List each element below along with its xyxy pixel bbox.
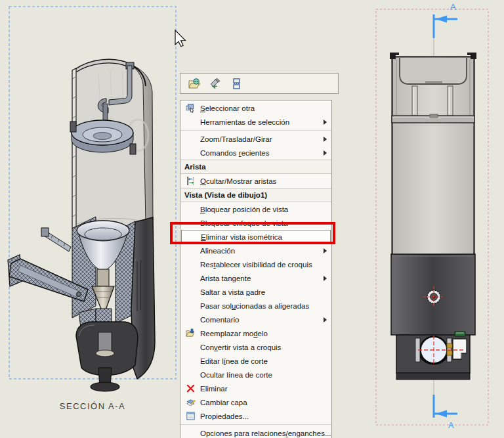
menu-item-label: Ocultar/Mostrar aristas (200, 177, 276, 185)
isometric-section-view[interactable]: SECCIÓN A-A (8, 7, 176, 411)
menu-item-label: Restablecer visibilidad de croquis (200, 261, 312, 269)
menu-item-saltar-a-vista-padre[interactable]: Saltar a vista padre (180, 285, 331, 299)
menu-section-header-label: Vista (Vista de dibujo1) (180, 191, 267, 199)
submenu-arrow-icon (324, 276, 327, 281)
front-view-part (390, 53, 476, 380)
submenu-arrow-icon (324, 248, 327, 253)
side-pipe (41, 228, 71, 252)
menu-item-label: Zoom/Trasladar/Girar (200, 135, 272, 143)
menu-section-header-label: Arista (180, 163, 206, 171)
menu-item-label: Propiedades... (200, 412, 249, 420)
inner-vessel (400, 58, 467, 84)
menu-item-label: Pasar solucionadas a aligeradas (200, 302, 309, 310)
green-fitting (455, 332, 465, 336)
replace-model-icon (180, 328, 200, 338)
left-view-caption[interactable]: SECCIÓN A-A (60, 401, 125, 411)
menu-item-label: Editar línea de corte (200, 357, 268, 365)
menu-item-eliminar-vista-isométrica[interactable]: Eliminar vista isométrica (181, 230, 331, 244)
submenu-arrow-icon (324, 120, 327, 125)
menu-item-bloquear-posición-de-vista[interactable]: Bloquear posición de vista (180, 202, 331, 216)
properties-icon (180, 411, 200, 421)
menu-item-seleccionar-otra[interactable]: Seleccionar otra (180, 101, 331, 115)
menu-item-bloquear-enfoque-de-vista[interactable]: Bloquear enfoque de vista (180, 216, 331, 230)
menu-item-arista-tangente[interactable]: Arista tangente (180, 271, 331, 285)
menu-item-label: Cambiar capa (200, 399, 247, 406)
menu-item-comentario[interactable]: Comentario (180, 313, 331, 326)
menu-item-label: Opciones para relaciones/enganches... (200, 429, 331, 437)
edges-icon (180, 176, 200, 186)
context-toolbar (180, 73, 339, 94)
menu-item-label: Saltar a vista padre (200, 288, 265, 296)
menu-item-editar-línea-de-corte[interactable]: Editar línea de corte (180, 354, 331, 368)
section-label-top[interactable]: A (450, 2, 456, 12)
menu-section-header: Arista (180, 160, 331, 174)
section-label-bottom[interactable]: A (448, 420, 454, 430)
select-other-icon (180, 103, 200, 113)
menu-item-label: Seleccionar otra (200, 104, 255, 112)
menu-item-label: Eliminar vista isométrica (201, 233, 282, 241)
section-arrow-bottom[interactable] (434, 395, 457, 418)
menu-item-zoom-trasladar-girar[interactable]: Zoom/Trasladar/Girar (180, 132, 331, 146)
open-folder-globe-icon[interactable] (187, 76, 201, 91)
menu-item-label: Convertir vista a croquis (200, 343, 281, 351)
menu-item-propiedades[interactable]: Propiedades... (180, 409, 331, 423)
menu-item-label: Reemplazar modelo (200, 330, 268, 338)
submenu-arrow-icon (324, 150, 327, 156)
submenu-arrow-icon (324, 137, 327, 142)
menu-item-label: Arista tangente (200, 274, 251, 282)
menu-item-label: Ocultar línea de corte (200, 371, 272, 379)
brush-icon[interactable] (208, 76, 222, 91)
bottom-housing (76, 309, 138, 391)
menu-item-herramientas-de-selección[interactable]: Herramientas de selección (180, 115, 331, 129)
menu-item-label: Alineación (200, 247, 235, 255)
delete-icon (180, 383, 200, 393)
drawing-sheet: SECCIÓN A-A (0, 0, 504, 438)
menu-item-label: Eliminar (200, 385, 228, 393)
menu-item-label: Bloquear posición de vista (200, 206, 288, 213)
menu-item-pasar-solucionadas-a-aligeradas[interactable]: Pasar solucionadas a aligeradas (180, 299, 331, 313)
submenu-arrow-icon (324, 317, 327, 322)
section-arrow-top[interactable] (434, 14, 457, 38)
cylinder-cut-wall (72, 68, 76, 229)
menu-section-header: Vista (Vista de dibujo1) (180, 188, 331, 202)
menu-item-cambiar-capa[interactable]: Cambiar capa (180, 395, 331, 409)
bottom-lip (396, 373, 470, 380)
menu-item-label: Bloquear enfoque de vista (200, 219, 288, 227)
menu-item-reemplazar-modelo[interactable]: Reemplazar modelo (180, 326, 331, 340)
front-view[interactable]: A A (376, 2, 488, 430)
menu-item-eliminar[interactable]: Eliminar (180, 382, 331, 395)
menu-item-label: Comentario (200, 316, 239, 324)
menu-item-ocultar-mostrar-aristas[interactable]: Ocultar/Mostrar aristas (180, 174, 331, 188)
menu-item-alineación[interactable]: Alineación (180, 244, 331, 257)
menu-item-restablecer-visibilidad-de-croquis[interactable]: Restablecer visibilidad de croquis (180, 257, 331, 271)
stacked-views-icon[interactable] (229, 76, 243, 91)
layer-icon (180, 397, 200, 407)
menu-item-comandos-recientes[interactable]: Comandos recientes (180, 146, 331, 160)
menu-item-convertir-vista-a-croquis[interactable]: Convertir vista a croquis (180, 340, 331, 354)
inner-post-left (412, 86, 417, 116)
menu-item-label: Comandos recientes (200, 149, 270, 157)
inner-post-right (448, 86, 453, 116)
menu-item-label: Herramientas de selección (200, 118, 289, 126)
context-menu: Seleccionar otraHerramientas de selecció… (180, 100, 332, 438)
menu-item-ocultar-línea-de-corte[interactable]: Ocultar línea de corte (180, 368, 331, 382)
menu-item-opciones-para-relaciones-enganches[interactable]: Opciones para relaciones/enganches... (180, 426, 331, 438)
